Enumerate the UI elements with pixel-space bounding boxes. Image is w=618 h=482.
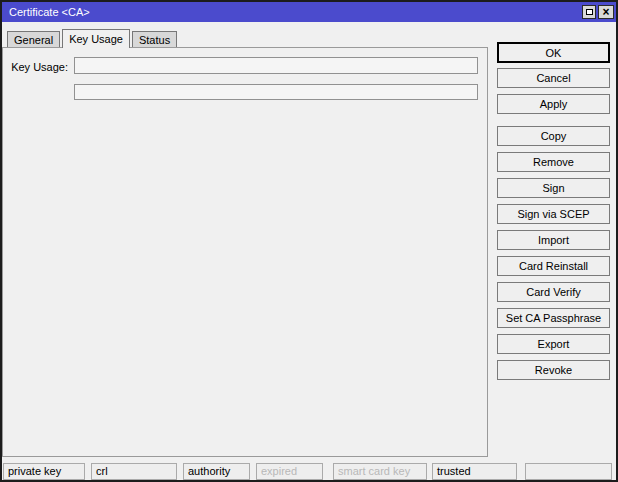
tab[interactable]: General bbox=[7, 31, 60, 47]
button-label: Sign via SCEP bbox=[517, 208, 589, 220]
action-button[interactable]: Remove bbox=[497, 152, 610, 172]
status-flag-bar: private key crl authority expired smart … bbox=[2, 463, 616, 480]
button-label: Card Verify bbox=[526, 286, 580, 298]
action-button[interactable]: Sign via SCEP bbox=[497, 204, 610, 224]
status-flag: smart card key bbox=[333, 463, 427, 480]
action-button[interactable]: Sign bbox=[497, 178, 610, 198]
button-label: Cancel bbox=[536, 72, 570, 84]
button-label: Apply bbox=[540, 98, 568, 110]
title-bar[interactable]: Certificate <CA> bbox=[2, 2, 616, 22]
primary-button-group: OK Cancel Apply bbox=[497, 42, 610, 120]
status-flag: expired bbox=[256, 463, 323, 480]
action-button[interactable]: Card Verify bbox=[497, 282, 610, 302]
action-button[interactable]: Set CA Passphrase bbox=[497, 308, 610, 328]
status-flag-label: private key bbox=[8, 465, 61, 477]
tab-label: Status bbox=[139, 34, 170, 46]
tab[interactable]: Key Usage bbox=[62, 29, 130, 48]
tab[interactable]: Status bbox=[132, 31, 177, 47]
status-flag-label: smart card key bbox=[338, 465, 410, 477]
status-flag-label: crl bbox=[96, 465, 108, 477]
tab-label: Key Usage bbox=[69, 33, 123, 45]
button-label: OK bbox=[546, 47, 562, 59]
status-flag-label: expired bbox=[261, 465, 297, 477]
status-flag-label: trusted bbox=[437, 465, 471, 477]
close-icon: × bbox=[602, 7, 609, 17]
certificate-dialog: Certificate <CA> × General Key Usage Sta… bbox=[0, 0, 618, 482]
dialog-button[interactable]: Cancel bbox=[497, 68, 610, 88]
button-label: Set CA Passphrase bbox=[506, 312, 601, 324]
action-button[interactable]: Revoke bbox=[497, 360, 610, 380]
key-usage-label: Key Usage: bbox=[10, 61, 68, 73]
close-button[interactable]: × bbox=[598, 5, 614, 19]
key-usage-value-field bbox=[74, 84, 478, 100]
maximize-button[interactable] bbox=[582, 5, 596, 19]
action-button[interactable]: Import bbox=[497, 230, 610, 250]
action-button[interactable]: Copy bbox=[497, 126, 610, 146]
button-label: Export bbox=[538, 338, 570, 350]
status-flag: trusted bbox=[432, 463, 517, 480]
button-label: Import bbox=[538, 234, 569, 246]
dialog-button[interactable]: Apply bbox=[497, 94, 610, 114]
button-label: Remove bbox=[533, 156, 574, 168]
button-label: Card Reinstall bbox=[519, 260, 588, 272]
tab-content-panel bbox=[2, 47, 488, 457]
status-flag: crl bbox=[91, 463, 177, 480]
tab-bar: General Key Usage Status bbox=[7, 29, 177, 48]
status-flag: authority bbox=[183, 463, 250, 480]
dialog-button[interactable]: OK bbox=[497, 42, 610, 63]
key-usage-value-field bbox=[74, 57, 478, 74]
status-flag bbox=[525, 463, 612, 480]
tab-label: General bbox=[14, 34, 53, 46]
button-label: Sign bbox=[542, 182, 564, 194]
action-button[interactable]: Export bbox=[497, 334, 610, 354]
status-flag: private key bbox=[3, 463, 85, 480]
window-title: Certificate <CA> bbox=[9, 6, 90, 18]
status-flag-label: authority bbox=[188, 465, 230, 477]
maximize-icon bbox=[586, 9, 593, 15]
button-label: Revoke bbox=[535, 364, 572, 376]
button-label: Copy bbox=[541, 130, 567, 142]
action-button[interactable]: Card Reinstall bbox=[497, 256, 610, 276]
action-button-group: Copy Remove Sign Sign via SCEP Import Ca… bbox=[497, 126, 610, 386]
